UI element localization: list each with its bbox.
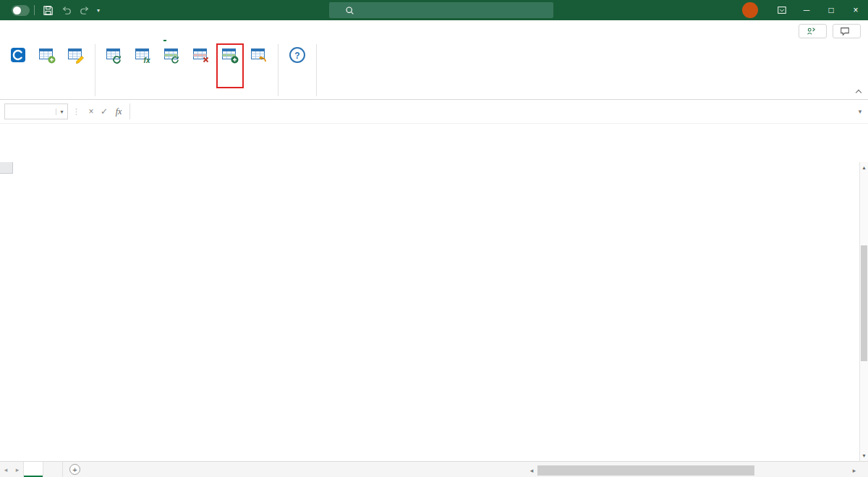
close-button[interactable]: ×: [843, 0, 868, 20]
revert-rows-button[interactable]: [245, 43, 273, 88]
tab-insert[interactable]: [35, 20, 52, 41]
svg-text:fx: fx: [144, 56, 150, 64]
comment-icon: [840, 26, 850, 36]
comments-button[interactable]: [833, 24, 861, 38]
recalculate-icon: fx: [134, 46, 153, 64]
edit-query-button[interactable]: [62, 43, 90, 88]
save-button[interactable]: [39, 0, 57, 20]
minimize-button[interactable]: ─: [794, 0, 819, 20]
online-help-icon: ?: [288, 46, 307, 64]
svg-text:?: ?: [294, 51, 299, 61]
sheet-tab-alm-fixed-assets[interactable]: [23, 462, 43, 477]
titlebar-right: ─ □ ×: [733, 0, 868, 20]
group-label-help: [281, 88, 314, 99]
tab-cdata[interactable]: [156, 20, 174, 41]
add-sheet-button[interactable]: +: [69, 464, 80, 475]
ribbon-display-options-icon: [777, 5, 787, 15]
delete-rows-button[interactable]: [187, 43, 215, 88]
collapse-ribbon-icon[interactable]: [855, 88, 862, 96]
group-separator: [316, 44, 317, 96]
ribbon: fx ?: [0, 41, 868, 100]
tab-home[interactable]: [17, 20, 35, 41]
redo-button[interactable]: [75, 0, 93, 20]
query-edit-icon: [67, 46, 85, 64]
scroll-right-icon[interactable]: ▸: [849, 467, 859, 474]
sheet-nav-left-icon[interactable]: ◂: [0, 466, 12, 473]
tab-formulas[interactable]: [69, 20, 87, 41]
formula-bar-expand-icon[interactable]: ▾: [852, 108, 868, 115]
row-revert-icon: [250, 46, 268, 64]
sheet-tab-sheet1[interactable]: [43, 462, 63, 477]
undo-button[interactable]: [57, 0, 75, 20]
titlebar: ▾ ─ □ ×: [0, 0, 868, 20]
ribbon-group-help: ?: [279, 41, 315, 99]
scroll-left-icon[interactable]: ◂: [527, 467, 537, 474]
sheet-tab-bar: ◂ ▸ + ◂ ▸: [0, 461, 868, 477]
tab-table-design[interactable]: [226, 20, 243, 41]
name-box-dropdown-icon[interactable]: ▾: [56, 109, 67, 115]
vertical-scrollbar[interactable]: ▴ ▾: [859, 162, 868, 461]
recalculate-formulas-button[interactable]: fx: [129, 43, 157, 88]
group-label-actions: [98, 88, 276, 99]
vertical-scroll-track[interactable]: [860, 173, 868, 450]
grid-header-row: [0, 162, 859, 174]
insert-function-icon[interactable]: fx: [111, 106, 127, 117]
ribbon-display-options-button[interactable]: [770, 0, 794, 20]
scroll-down-icon[interactable]: ▾: [860, 450, 868, 461]
tab-power-pivot[interactable]: [191, 20, 208, 41]
connection-manager-icon: [38, 46, 56, 64]
online-help-button[interactable]: ?: [284, 43, 311, 88]
update-rows-button[interactable]: [158, 43, 186, 88]
group-separator: [95, 44, 95, 96]
ribbon-group-actions: fx: [96, 41, 277, 99]
qat-separator: [34, 5, 35, 15]
name-box[interactable]: ▾: [4, 104, 68, 119]
ribbon-group-external-data: [0, 41, 94, 99]
formula-bar: ▾ ⋮ × ✓ fx ▾: [0, 100, 868, 124]
grid-corner[interactable]: [0, 162, 13, 174]
avatar[interactable]: [742, 2, 758, 18]
autosave-toggle[interactable]: [7, 5, 30, 16]
group-label-external-data: [1, 88, 93, 99]
vertical-scroll-thumb[interactable]: [861, 245, 867, 361]
search-box[interactable]: [329, 2, 553, 18]
formula-bar-grip-icon[interactable]: ⋮: [72, 107, 80, 117]
scroll-up-icon[interactable]: ▴: [860, 162, 868, 173]
save-icon: [43, 5, 54, 16]
undo-icon: [61, 5, 72, 15]
formula-input[interactable]: [129, 104, 852, 119]
connection-manager-button[interactable]: [33, 43, 61, 88]
horizontal-scroll-thumb[interactable]: [537, 465, 754, 476]
tab-help[interactable]: [139, 20, 156, 41]
autosave-knob: [13, 7, 21, 14]
enter-icon[interactable]: ✓: [98, 106, 111, 117]
tab-data[interactable]: [87, 20, 104, 41]
group-separator: [278, 44, 278, 96]
cdata-logo-icon: [9, 46, 27, 64]
tab-acrobat[interactable]: [174, 20, 191, 41]
search-icon: [345, 6, 354, 15]
cancel-icon[interactable]: ×: [85, 106, 98, 117]
row-delete-icon: [192, 46, 210, 64]
insert-rows-button[interactable]: [216, 43, 244, 88]
get-data-button[interactable]: [4, 43, 32, 88]
tab-view[interactable]: [122, 20, 139, 41]
maximize-button[interactable]: □: [819, 0, 843, 20]
worksheet-refresh-icon: [105, 46, 124, 64]
sheet-nav-right-icon[interactable]: ▸: [12, 466, 23, 473]
share-icon: [806, 26, 816, 36]
tab-teams[interactable]: [208, 20, 226, 41]
refresh-worksheet-button[interactable]: [101, 43, 128, 88]
row-insert-icon: [221, 46, 239, 64]
tab-page-layout[interactable]: [52, 20, 69, 41]
tab-review[interactable]: [104, 20, 122, 41]
tab-file[interactable]: [0, 20, 17, 41]
horizontal-scrollbar[interactable]: ◂ ▸: [527, 463, 859, 477]
qat-customize-button[interactable]: ▾: [93, 0, 103, 20]
autosave-switch[interactable]: [12, 5, 30, 16]
row-update-icon: [163, 46, 182, 64]
redo-icon: [80, 5, 90, 15]
spreadsheet: [0, 162, 859, 461]
ribbon-tab-row: [0, 20, 868, 41]
share-button[interactable]: [799, 24, 827, 38]
